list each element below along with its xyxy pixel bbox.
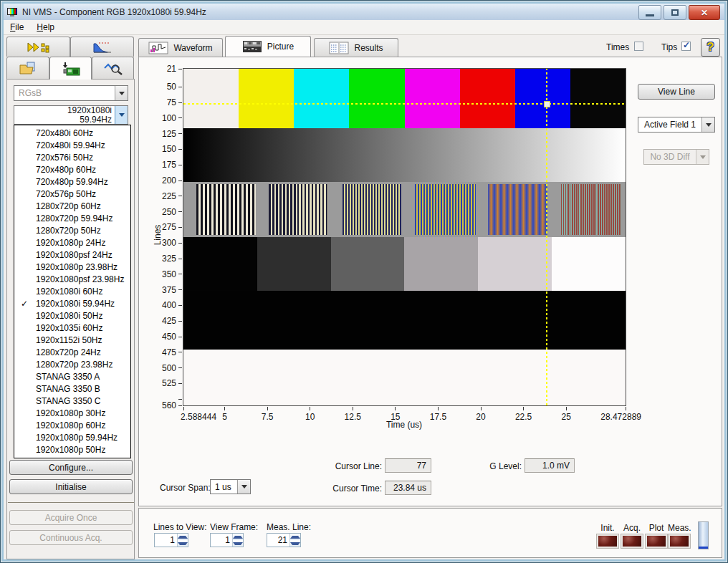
spin-down-icon[interactable] <box>233 540 243 547</box>
spin-down-icon[interactable] <box>290 540 300 547</box>
tips-checkbox[interactable]: ✓ <box>681 42 691 51</box>
tab-results[interactable]: Results <box>314 38 398 57</box>
mode-tab-run[interactable] <box>6 37 70 57</box>
meas-line-spinner[interactable]: 21 <box>267 533 301 547</box>
format-list-item[interactable]: 1920x1080i 60Hz <box>14 286 130 298</box>
acquire-once-button[interactable]: Acquire Once <box>9 510 133 525</box>
cursor-horizontal-line[interactable] <box>183 103 626 105</box>
gray-step <box>331 237 405 291</box>
y-tick-mark <box>178 305 182 306</box>
maximize-icon <box>671 9 679 16</box>
picture-plot[interactable] <box>183 69 626 405</box>
title-bar[interactable]: NI VMS - Component RGB 1920x1080i 59.94H… <box>4 4 724 21</box>
format-list-item[interactable]: 1280x720p 60Hz <box>14 201 130 213</box>
view-frame-label: View Frame: <box>210 522 258 532</box>
format-list-item[interactable]: 720x480i 60Hz <box>14 127 130 140</box>
cursor-vertical-line[interactable] <box>546 69 547 405</box>
format-combo[interactable]: 1920x1080i 59.94Hz <box>14 105 128 125</box>
led-label: Init. <box>596 523 619 533</box>
led-label: Meas. <box>668 523 691 533</box>
mode-tab-histogram[interactable] <box>70 37 134 57</box>
cursor-crosshair-marker[interactable] <box>544 101 550 107</box>
format-list-item[interactable]: STANAG 3350 A <box>14 371 130 383</box>
format-combo-value: 1920x1080i 59.94Hz <box>14 106 115 125</box>
maximize-button[interactable] <box>664 5 686 20</box>
format-list-item[interactable]: 1280x720p 24Hz <box>14 347 130 359</box>
spin-up-icon[interactable] <box>178 534 188 540</box>
led-indicator-plot <box>645 534 668 549</box>
cursor-line-readout: 77 <box>385 458 431 473</box>
menu-item-help[interactable]: Help <box>30 21 61 34</box>
spin-down-icon[interactable] <box>178 540 188 547</box>
diff-combo[interactable]: No 3D Diff <box>643 149 709 165</box>
color-space-combo[interactable]: RGsB <box>14 85 128 101</box>
format-list-item[interactable]: 1920x1080p 24Hz <box>14 237 130 249</box>
progress-gauge <box>698 521 709 549</box>
help-button[interactable]: ? <box>701 38 720 57</box>
y-tick-mark <box>178 259 182 259</box>
format-list-item[interactable]: 720x480p 59.94Hz <box>14 176 130 188</box>
format-list-item[interactable]: STANAG 3350 C <box>14 395 130 408</box>
format-list-item[interactable]: 1920x1080i 50Hz <box>14 310 130 322</box>
y-tick-label: 325 <box>148 254 176 264</box>
format-list-item[interactable]: 1280x720p 59.94Hz <box>14 213 130 225</box>
configure-button[interactable]: Configure... <box>9 460 133 475</box>
mode-tab-analyze[interactable] <box>92 57 134 79</box>
format-list-item[interactable]: 1920x1152i 50Hz <box>14 335 130 347</box>
run-batch-icon <box>27 42 51 53</box>
led-lamp <box>598 536 617 547</box>
chevron-down-icon[interactable] <box>115 86 128 100</box>
initialise-button[interactable]: Initialise <box>9 479 133 494</box>
format-list-item[interactable]: 1280x720p 23.98Hz <box>14 359 130 371</box>
cursor-span-combo[interactable]: 1 us <box>210 479 251 494</box>
format-list-item[interactable]: 1920x1080psf 23.98Hz <box>14 274 130 286</box>
lines-to-view-value: 1 <box>155 534 177 547</box>
led-indicator-meas <box>668 534 691 549</box>
lines-to-view-spinner[interactable]: 1 <box>154 533 188 547</box>
cursor-line-label: Cursor Line: <box>332 461 382 471</box>
format-list-item[interactable]: 720x576p 50Hz <box>14 188 130 201</box>
y-tick-label: 225 <box>148 191 176 201</box>
format-list-item[interactable]: 1920x1080p 60Hz <box>14 420 130 432</box>
gray-step <box>552 237 626 291</box>
format-list-item[interactable]: 1920x1080p 30Hz <box>14 408 130 420</box>
format-list-item[interactable]: 1920x1035i 60Hz <box>14 322 130 335</box>
y-tick-mark <box>178 196 182 196</box>
y-tick-mark <box>178 102 182 103</box>
minimize-button[interactable] <box>638 5 661 20</box>
mode-tab-acquire[interactable] <box>49 57 92 80</box>
format-list-item[interactable]: 1920x1080psf 24Hz <box>14 249 130 261</box>
menu-item-file[interactable]: File <box>4 21 30 34</box>
format-list-item[interactable]: 720x480i 59.94Hz <box>14 140 130 152</box>
tab-picture[interactable]: Picture <box>225 36 311 57</box>
waveform-tab-icon <box>148 42 168 54</box>
diff-value: No 3D Diff <box>644 152 696 162</box>
active-field-combo[interactable]: Active Field 1 <box>638 117 715 133</box>
y-tick-mark <box>178 399 182 400</box>
color-bar <box>515 69 570 128</box>
format-list-item[interactable]: 1920x1080p 23.98Hz <box>14 261 130 274</box>
spin-up-icon[interactable] <box>290 534 300 540</box>
format-dropdown-list: 720x480i 60Hz720x480i 59.94Hz720x576i 50… <box>14 125 131 458</box>
close-button[interactable]: ✕ <box>689 5 720 20</box>
color-bar <box>183 69 239 128</box>
chevron-down-icon[interactable] <box>237 480 250 494</box>
chevron-down-icon[interactable] <box>701 117 714 132</box>
spin-up-icon[interactable] <box>233 534 243 540</box>
format-list-item[interactable]: ✓1920x1080i 59.94Hz <box>14 298 130 310</box>
format-list-item[interactable]: 720x480p 60Hz <box>14 164 130 176</box>
results-tab-icon <box>329 42 349 54</box>
format-list-item[interactable]: 1920x1080p 59.94Hz <box>14 432 130 444</box>
continuous-acq-button[interactable]: Continuous Acq. <box>9 530 133 545</box>
format-list-item[interactable]: 720x576i 50Hz <box>14 152 130 164</box>
view-line-button[interactable]: View Line <box>638 84 715 100</box>
format-list-item[interactable]: STANAG 3350 B <box>14 383 130 395</box>
tab-waveform[interactable]: Waveform <box>138 38 223 57</box>
format-list-item[interactable]: 1920x1080p 50Hz <box>14 444 130 456</box>
format-list-item[interactable]: 1280x720p 50Hz <box>14 225 130 237</box>
pattern-band-ramp <box>183 128 626 182</box>
chevron-down-icon[interactable] <box>115 106 128 124</box>
mode-tab-open-file[interactable] <box>6 57 49 79</box>
view-frame-spinner[interactable]: 1 <box>210 533 244 547</box>
times-checkbox[interactable] <box>634 42 643 51</box>
